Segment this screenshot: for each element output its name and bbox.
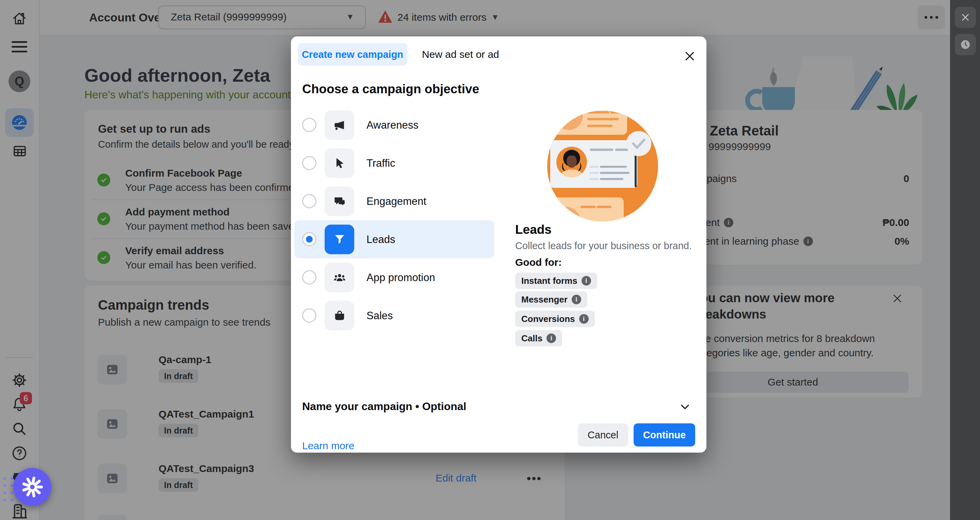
tag-instant-forms: Instant formsi	[515, 273, 597, 289]
close-icon	[959, 11, 971, 23]
bag-icon	[325, 301, 354, 331]
people-icon	[325, 263, 354, 292]
tag-calls: Callsi	[515, 330, 562, 347]
close-panel-button[interactable]	[955, 7, 976, 28]
info-icon[interactable]: i	[572, 295, 581, 304]
modal-heading: Choose a campaign objective	[302, 82, 479, 96]
tag-conversions: Conversionsi	[515, 311, 595, 327]
tag-messenger: Messengeri	[515, 291, 587, 308]
assistant-fab[interactable]	[13, 468, 51, 506]
cursor-icon	[325, 148, 354, 178]
radio-unselected[interactable]	[302, 194, 317, 208]
create-campaign-modal: Create new campaign New ad set or ad Cho…	[291, 37, 706, 453]
objective-row-engagement[interactable]: Engagement	[294, 182, 494, 220]
info-icon[interactable]: i	[582, 276, 591, 286]
continue-button[interactable]: Continue	[633, 423, 695, 447]
cancel-button[interactable]: Cancel	[578, 423, 628, 447]
learn-more-link[interactable]: Learn more	[302, 440, 354, 452]
radio-unselected[interactable]	[302, 156, 317, 170]
radio-unselected[interactable]	[302, 309, 317, 323]
drag-handle-dots[interactable]	[3, 477, 13, 501]
megaphone-icon	[325, 110, 354, 140]
name-campaign-section[interactable]: Name your campaign • Optional	[302, 393, 695, 420]
objective-row-sales[interactable]: Sales	[294, 296, 494, 334]
history-button[interactable]	[955, 34, 976, 55]
objective-row-traffic[interactable]: Traffic	[294, 144, 494, 182]
radio-unselected[interactable]	[302, 270, 317, 285]
radio-selected[interactable]	[302, 232, 317, 246]
objective-detail-title: Leads	[515, 223, 552, 237]
radio-unselected[interactable]	[302, 118, 317, 132]
clock-icon	[959, 38, 972, 51]
objective-row-app-promotion[interactable]: App promotion	[294, 258, 494, 296]
good-for-label: Good for:	[515, 257, 562, 268]
ads-manager-app: Good afternoon, Zeta Here's what's happe…	[0, 0, 980, 520]
leads-illustration	[545, 108, 660, 224]
right-rail	[950, 0, 980, 520]
objective-detail-description: Collect leads for your business or brand…	[515, 240, 692, 251]
info-icon[interactable]: i	[579, 314, 589, 324]
objective-row-leads[interactable]: Leads	[294, 220, 494, 258]
objective-row-awareness[interactable]: Awareness	[294, 106, 494, 144]
funnel-icon	[325, 224, 354, 254]
tab-create-new-campaign[interactable]: Create new campaign	[298, 43, 407, 66]
close-icon[interactable]	[683, 49, 697, 63]
tab-new-ad-set-or-ad[interactable]: New ad set or ad	[422, 43, 499, 66]
asterisk-fab-icon	[22, 476, 43, 498]
chevron-down-icon[interactable]	[679, 401, 691, 412]
chat-bubbles-icon	[325, 186, 354, 216]
info-icon[interactable]: i	[546, 334, 556, 343]
